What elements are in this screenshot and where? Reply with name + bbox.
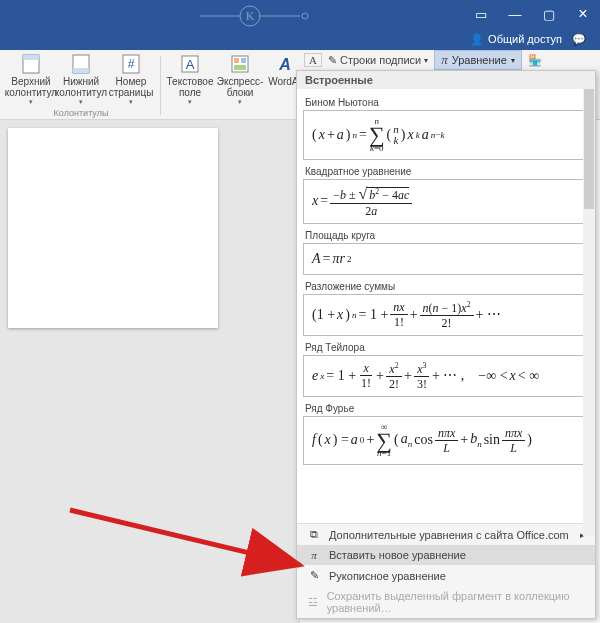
svg-text:K: K	[246, 9, 255, 23]
decor-circuit: K	[200, 2, 360, 28]
eq-label: Разложение суммы	[305, 281, 589, 292]
share-icon: 👤	[470, 33, 484, 46]
textbox-button[interactable]: A Текстовое поле▾	[165, 52, 215, 108]
eq-binomial[interactable]: (x + a)n = n∑k=0 (nk) xkan−k	[303, 110, 591, 160]
svg-line-19	[70, 510, 300, 565]
secondbar: 👤 Общий доступ 💬	[0, 28, 600, 50]
equation-button[interactable]: π Уравнение ▾	[434, 50, 522, 70]
svg-text:#: #	[128, 57, 135, 71]
window-controls: ▭ — ▢ ×	[464, 0, 600, 28]
eq-label: Бином Ньютона	[305, 97, 589, 108]
doc-icon	[71, 54, 91, 74]
signature-icon: ✎	[328, 54, 337, 67]
pi-icon: π	[441, 52, 448, 68]
comments-icon[interactable]: 💬	[572, 33, 586, 46]
save-equation-item: ☳ Сохранить выделенный фрагмент в коллек…	[297, 586, 595, 618]
scroll-thumb[interactable]	[584, 89, 594, 209]
svg-rect-16	[234, 65, 246, 70]
doc-icon	[21, 54, 41, 74]
svg-rect-8	[73, 68, 89, 73]
annotation-arrow	[70, 500, 320, 582]
titlebar: K ▭ — ▢ ×	[0, 0, 600, 28]
svg-point-3	[302, 13, 308, 19]
minimize-button[interactable]: —	[498, 0, 532, 28]
close-button[interactable]: ×	[566, 0, 600, 28]
textbox-icon: A	[180, 54, 200, 74]
share-button[interactable]: 👤 Общий доступ	[470, 33, 562, 46]
svg-rect-6	[23, 55, 39, 60]
eq-circle-area[interactable]: A = πr2	[303, 243, 591, 275]
header-top-button[interactable]: Верхний колонтитул▾	[6, 52, 56, 108]
ink-equation-item[interactable]: ✎ Рукописное уравнение	[297, 565, 595, 586]
ribbon-row-top: A ✎ Строки подписи ▾ π Уравнение ▾ 🏪	[300, 50, 594, 70]
eq-fourier[interactable]: f(x) = a0 + ∞∑n=1 (an cosnπxL + bn sinnπ…	[303, 416, 591, 466]
eq-label: Ряд Тейлора	[305, 342, 589, 353]
equation-gallery[interactable]: Бином Ньютона (x + a)n = n∑k=0 (nk) xkan…	[297, 89, 595, 523]
ribbon-group-headers: Верхний колонтитул▾ Нижний колонтитул▾ #…	[4, 52, 158, 119]
header-bottom-button[interactable]: Нижний колонтитул▾	[56, 52, 106, 108]
eq-quadratic[interactable]: x = −b ± √b2 − 4ac2a	[303, 179, 591, 224]
letter-a-icon[interactable]: A	[304, 53, 322, 67]
quickparts-button[interactable]: Экспресс-блоки▾	[215, 52, 265, 108]
insert-equation-item[interactable]: π Вставить новое уравнение	[297, 545, 595, 565]
blocks-icon	[230, 54, 250, 74]
svg-text:A: A	[186, 57, 195, 72]
svg-rect-14	[234, 58, 239, 63]
svg-text:A: A	[278, 56, 291, 73]
page-number-button[interactable]: # Номер страницы▾	[106, 52, 156, 108]
save-icon: ☳	[307, 596, 319, 609]
ribbon-group-text: A Текстовое поле▾ Экспресс-блоки▾ A Word…	[163, 52, 307, 119]
signature-line-button[interactable]: ✎ Строки подписи ▾	[328, 54, 428, 67]
document-page[interactable]	[8, 128, 218, 328]
hash-icon: #	[121, 54, 141, 74]
svg-rect-15	[241, 58, 246, 63]
group-label: Колонтитулы	[54, 108, 109, 120]
wordart-icon: A	[275, 54, 295, 74]
eq-label: Ряд Фурье	[305, 403, 589, 414]
equation-dropdown: Встроенные Бином Ньютона (x + a)n = n∑k=…	[296, 70, 596, 619]
maximize-button[interactable]: ▢	[532, 0, 566, 28]
scrollbar[interactable]	[583, 89, 595, 536]
more-equations-item[interactable]: ⧉ Дополнительные уравнения с сайта Offic…	[297, 524, 595, 545]
dropdown-section-builtin: Встроенные	[297, 71, 595, 89]
eq-expansion[interactable]: (1 + x)n = 1 + nx1! + n(n − 1)x22! + ⋯	[303, 294, 591, 336]
dropdown-footer: ⧉ Дополнительные уравнения с сайта Offic…	[297, 523, 595, 618]
eq-label: Квадратное уравнение	[305, 166, 589, 177]
store-icon[interactable]: 🏪	[528, 54, 542, 67]
eq-label: Площадь круга	[305, 230, 589, 241]
ribbon-options-icon[interactable]: ▭	[464, 0, 498, 28]
eq-taylor[interactable]: ex = 1 + x1! + x22! + x33! + ⋯ , −∞ < x …	[303, 355, 591, 397]
